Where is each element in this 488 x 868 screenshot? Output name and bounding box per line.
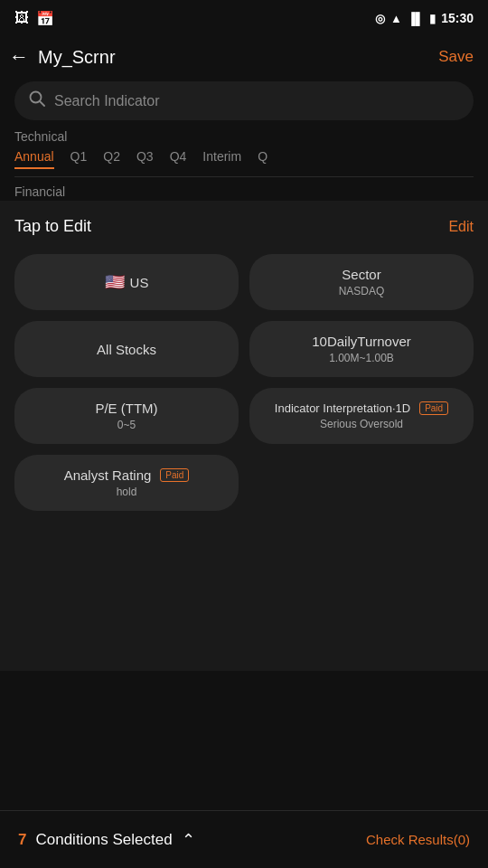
chip-daily-turnover-label: 10DailyTurnover — [312, 334, 411, 349]
search-icon — [29, 90, 45, 111]
technical-label: Technical — [14, 129, 474, 144]
tab-q1[interactable]: Q1 — [70, 149, 88, 169]
chip-daily-turnover-sub: 1.00M~1.00B — [329, 352, 394, 364]
wifi-icon: ▲ — [390, 12, 402, 25]
chip-pe-ttm-label: P/E (TTM) — [95, 401, 157, 416]
check-results-button[interactable]: Check Results(0) — [366, 832, 470, 847]
tabs-section: Technical Annual Q1 Q2 Q3 Q4 Interim Q F… — [0, 129, 488, 199]
chip-indicator-sub: Serious Oversold — [320, 418, 403, 430]
search-bar[interactable]: Search Indicator — [14, 81, 474, 120]
bottom-bar: 7 Conditions Selected ⌃ Check Results(0) — [0, 810, 488, 868]
chevron-up-icon[interactable]: ⌃ — [182, 830, 195, 850]
paid-badge-analyst: Paid — [160, 468, 189, 482]
tab-q[interactable]: Q — [258, 149, 267, 169]
tap-edit-header: Tap to Edit Edit — [14, 217, 474, 236]
chip-analyst-rating-sub: hold — [117, 486, 137, 498]
chip-sector[interactable]: Sector NASDAQ — [249, 254, 474, 310]
save-button[interactable]: Save — [438, 48, 474, 66]
page-title: My_Scrnr — [38, 47, 116, 68]
top-nav-left: ← My_Scrnr — [9, 45, 116, 69]
time-display: 15:30 — [441, 11, 474, 25]
paid-badge-indicator: Paid — [419, 401, 448, 415]
chip-analyst-rating-label: Analyst Rating Paid — [64, 467, 190, 483]
chip-analyst-rating[interactable]: Analyst Rating Paid hold — [14, 455, 239, 511]
chip-indicator-label: Indicator Interpretation·1D Paid — [275, 401, 448, 415]
tap-to-edit-title: Tap to Edit — [14, 217, 91, 236]
battery-icon: ▮ — [429, 12, 436, 25]
tab-q2[interactable]: Q2 — [103, 149, 120, 169]
tab-annual[interactable]: Annual — [14, 149, 54, 169]
status-bar: 🖼 📅 ◎ ▲ ▐▌ ▮ 15:30 — [0, 0, 488, 36]
back-button[interactable]: ← — [9, 45, 29, 69]
chip-pe-ttm-sub: 0~5 — [117, 419, 136, 431]
chip-all-stocks-label: All Stocks — [97, 342, 156, 357]
edit-button[interactable]: Edit — [448, 219, 474, 235]
chip-sector-sub: NASDAQ — [339, 285, 385, 297]
chip-indicator-interpretation[interactable]: Indicator Interpretation·1D Paid Serious… — [249, 388, 474, 444]
signal-icon: ▐▌ — [408, 12, 424, 25]
chip-region-label: 🇺🇸 US — [105, 272, 149, 292]
image-icon: 🖼 — [14, 10, 29, 26]
circle-icon: ◎ — [375, 12, 385, 25]
calendar-icon: 📅 — [36, 10, 54, 27]
svg-line-1 — [40, 101, 44, 106]
tab-q3[interactable]: Q3 — [136, 149, 154, 169]
us-flag-icon: 🇺🇸 — [105, 272, 125, 292]
conditions-label: Conditions Selected — [35, 831, 172, 849]
chip-region[interactable]: 🇺🇸 US — [14, 254, 239, 310]
top-nav: ← My_Scrnr Save — [0, 36, 488, 78]
tap-edit-section: Tap to Edit Edit 🇺🇸 US Sector NASDAQ All… — [0, 201, 488, 671]
chip-pe-ttm[interactable]: P/E (TTM) 0~5 — [14, 388, 239, 444]
conditions-left: 7 Conditions Selected ⌃ — [18, 830, 195, 850]
tab-interim[interactable]: Interim — [202, 149, 241, 169]
chips-grid: 🇺🇸 US Sector NASDAQ All Stocks 10DailyTu… — [14, 254, 474, 511]
chip-all-stocks[interactable]: All Stocks — [14, 321, 239, 377]
tab-q4[interactable]: Q4 — [170, 149, 187, 169]
status-bar-right: ◎ ▲ ▐▌ ▮ 15:30 — [375, 11, 474, 25]
status-bar-left: 🖼 📅 — [14, 10, 54, 27]
conditions-count: 7 — [18, 831, 26, 849]
search-placeholder: Search Indicator — [54, 93, 160, 109]
chip-daily-turnover[interactable]: 10DailyTurnover 1.00M~1.00B — [249, 321, 474, 377]
financial-label: Financial — [14, 184, 474, 199]
chip-sector-label: Sector — [342, 267, 380, 282]
tabs-row: Annual Q1 Q2 Q3 Q4 Interim Q — [14, 149, 474, 177]
